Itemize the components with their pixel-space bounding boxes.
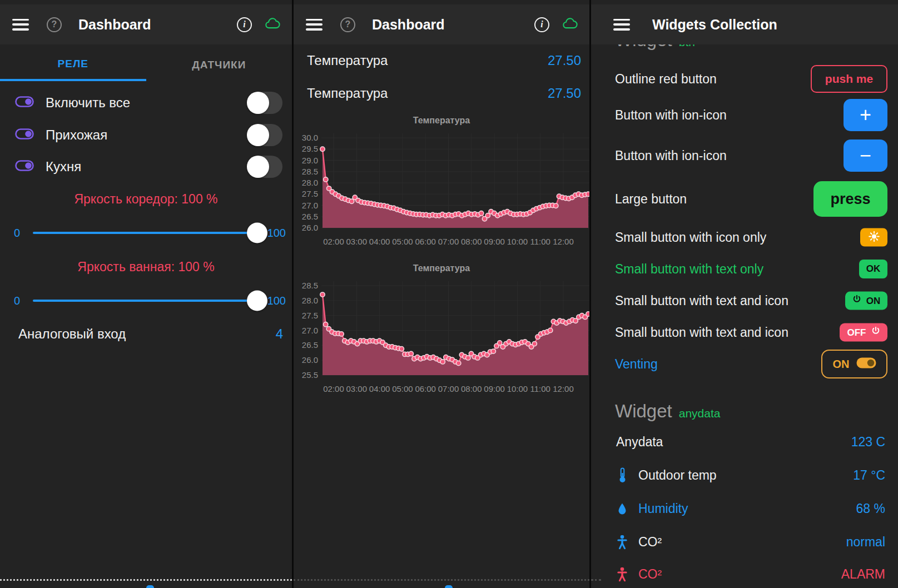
- svg-text:11:00: 11:00: [530, 384, 550, 393]
- svg-text:06:00: 06:00: [415, 237, 436, 246]
- svg-text:27.5: 27.5: [302, 311, 318, 320]
- cloud-connected-icon[interactable]: [262, 16, 283, 33]
- svg-text:03:00: 03:00: [346, 237, 368, 246]
- menu-icon[interactable]: [12, 19, 29, 31]
- svg-text:28.5: 28.5: [302, 281, 318, 290]
- info-icon[interactable]: i: [237, 17, 252, 32]
- minus-button[interactable]: −: [844, 139, 887, 172]
- humidity-value: 68 %: [856, 501, 885, 516]
- svg-text:27.0: 27.0: [302, 326, 318, 335]
- tab-relays[interactable]: РЕЛЕ: [0, 49, 146, 81]
- svg-text:07:00: 07:00: [438, 237, 459, 246]
- temperature-value: 27.50: [548, 86, 581, 101]
- slider-knob[interactable]: [247, 223, 267, 243]
- switch-row: Прихожая: [15, 124, 282, 146]
- slider-min-label: 0: [14, 295, 20, 307]
- button-label: OFF: [847, 327, 866, 338]
- tab-sensors[interactable]: ДАТЧИКИ: [146, 49, 292, 81]
- help-icon[interactable]: ?: [340, 17, 355, 32]
- svg-text:28.0: 28.0: [302, 296, 318, 305]
- slider-max-label: 100: [267, 227, 286, 240]
- widget-row: Button with ion-icon −: [615, 139, 887, 172]
- button-label: ON: [866, 295, 881, 306]
- droplet-icon: [616, 502, 628, 515]
- co2-value: normal: [846, 535, 885, 550]
- svg-text:02:00: 02:00: [323, 237, 344, 246]
- ok-button[interactable]: OK: [859, 260, 887, 278]
- temperature-label: Температура: [307, 86, 388, 101]
- svg-text:26.5: 26.5: [302, 212, 318, 221]
- svg-text:08:00: 08:00: [461, 384, 482, 393]
- page-title: Dashboard: [78, 17, 151, 33]
- toggle-on-icon: [856, 357, 876, 371]
- slider-title: Яркость коредор: 100 %: [0, 192, 292, 207]
- temperature-chart-2: Температура 28.528.027.527.026.526.025.5…: [294, 261, 589, 397]
- svg-text:28.5: 28.5: [302, 167, 318, 176]
- divider-dotted: [0, 579, 292, 581]
- svg-text:07:00: 07:00: [438, 384, 459, 393]
- divider-dotted: [294, 579, 589, 581]
- svg-text:26.0: 26.0: [302, 355, 318, 365]
- switch-hallway[interactable]: [247, 124, 282, 146]
- venting-toggle-button[interactable]: ON: [821, 350, 887, 378]
- off-button[interactable]: OFF: [840, 323, 887, 342]
- data-row: Humidity 68 %: [616, 501, 885, 516]
- slider-track[interactable]: [33, 300, 259, 302]
- data-row: CO² normal: [616, 535, 885, 550]
- line-chart: 28.528.027.527.026.526.025.502:0003:0004…: [294, 276, 589, 397]
- svg-text:26.5: 26.5: [302, 340, 318, 350]
- button-label: ON: [833, 358, 850, 371]
- menu-icon[interactable]: [306, 19, 323, 31]
- sun-button[interactable]: [860, 228, 887, 247]
- temperature-chart-1: Температура 30.029.529.028.528.027.527.0…: [294, 113, 589, 253]
- on-button[interactable]: ON: [845, 292, 887, 310]
- sun-icon: [869, 231, 880, 244]
- switch-row: Кухня: [15, 156, 282, 178]
- plus-button[interactable]: +: [844, 99, 887, 131]
- analog-input-label: Аналоговый вход: [18, 326, 126, 342]
- analog-input-row: Аналоговый вход 4: [18, 326, 283, 342]
- switch-label: Включить все: [46, 95, 130, 111]
- body-icon: [616, 535, 628, 549]
- page-title: Dashboard: [372, 17, 445, 33]
- push-me-button[interactable]: push me: [811, 65, 887, 93]
- power-icon: [852, 295, 861, 307]
- help-icon[interactable]: ?: [47, 17, 62, 32]
- line-chart: 30.029.529.028.528.027.527.026.526.002:0…: [294, 128, 589, 253]
- slider-knob[interactable]: [247, 291, 267, 311]
- clipped-content-tip: [146, 585, 154, 588]
- widget-row: Outline red button push me: [615, 65, 887, 93]
- slider-track[interactable]: [33, 232, 259, 234]
- press-button[interactable]: press: [813, 181, 887, 217]
- widget-row: Small button with icon only: [615, 228, 887, 247]
- data-row: CO² ALARM: [616, 567, 885, 582]
- svg-text:27.5: 27.5: [302, 189, 318, 198]
- minus-icon: −: [860, 146, 871, 166]
- info-icon[interactable]: i: [534, 17, 549, 32]
- widget-row: Button with ion-icon +: [615, 99, 887, 131]
- tab-bar: РЕЛЕ ДАТЧИКИ: [0, 49, 292, 81]
- plus-icon: +: [860, 105, 871, 125]
- switch-kitchen[interactable]: [247, 156, 282, 178]
- page-title: Widgets Collection: [652, 17, 777, 33]
- menu-icon[interactable]: [613, 19, 630, 31]
- app-header: ? Dashboard i: [294, 4, 589, 44]
- brightness-bathroom-slider: 0 100: [0, 290, 292, 312]
- svg-text:29.0: 29.0: [302, 156, 318, 165]
- svg-text:08:00: 08:00: [461, 237, 482, 246]
- svg-text:12:00: 12:00: [553, 384, 574, 393]
- svg-text:25.5: 25.5: [302, 370, 318, 380]
- slider-min-label: 0: [14, 227, 20, 240]
- app-header: Widgets Collection: [591, 4, 898, 44]
- temperature-row: Температура 27.50: [307, 53, 581, 68]
- data-row: Outdoor temp 17 °C: [616, 467, 885, 483]
- panel-dashboard-sensors: ? Dashboard i Температура 27.50 Температ…: [294, 0, 589, 588]
- toggle-glyph-icon: [15, 96, 34, 109]
- switch-all[interactable]: [247, 92, 282, 114]
- svg-text:12:00: 12:00: [553, 237, 574, 246]
- cloud-connected-icon[interactable]: [559, 16, 581, 33]
- widget-row: Small button with text and icon OFF: [615, 323, 887, 342]
- divider-dotted: [591, 579, 601, 581]
- widget-row: Large button press: [615, 181, 887, 217]
- toggle-glyph-icon: [15, 160, 34, 173]
